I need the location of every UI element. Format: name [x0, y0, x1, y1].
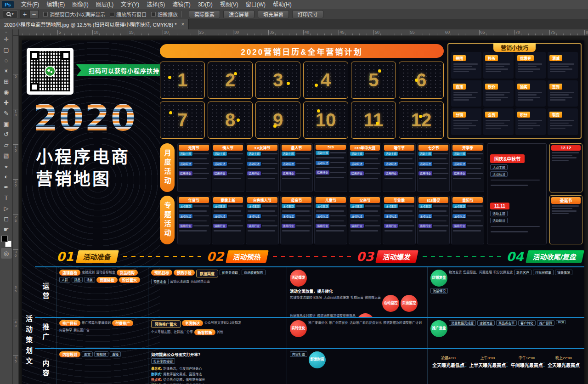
- menu-item[interactable]: 滤镜(T): [169, 0, 194, 9]
- node-green: 店铺复盘: [430, 270, 447, 287]
- text-line-placeholder: [518, 123, 537, 124]
- phase-label: 活动准备: [76, 250, 119, 263]
- brush-tool[interactable]: ✎: [1, 108, 12, 119]
- document-tab[interactable]: 2020小程序电商营销地图.jpg @ 12.5% (扫码可以获得小程序扶持, …: [0, 19, 189, 29]
- close-icon[interactable]: ×: [181, 21, 184, 28]
- marquee-tool[interactable]: ▢: [1, 45, 12, 55]
- zoom-tool-preset[interactable]: ▾: [3, 10, 17, 18]
- healing-brush-tool[interactable]: ✚: [1, 97, 12, 108]
- vertical-ruler[interactable]: 51 01 52 02 53 03 54 04 5: [13, 36, 19, 384]
- node-pill: 老客触达: [182, 320, 203, 326]
- text-line-placeholder: [453, 168, 481, 169]
- activity-tag-row: 活动主题: [452, 152, 483, 156]
- option-checkbox[interactable]: 缩放所有窗口: [110, 11, 147, 18]
- menu-item[interactable]: 文字(Y): [117, 0, 143, 9]
- menu-item[interactable]: 选择(S): [143, 0, 169, 9]
- text-line-placeholder: [262, 163, 277, 164]
- node-text: 活动推广前后花费对比: [350, 320, 382, 337]
- activity-card: 白色情人节活动主题活动玩法适用行业: [246, 196, 279, 244]
- horizontal-ruler[interactable]: 5101520253035404550556065707580: [19, 29, 588, 36]
- gradient-tool[interactable]: ▧: [1, 150, 12, 161]
- text-line-placeholder: [453, 68, 476, 70]
- activity-tag-row: 活动玩法: [418, 214, 449, 218]
- blur-tool[interactable]: ◒: [1, 161, 12, 171]
- activity-card: 儿童节活动主题活动玩法适用行业: [314, 196, 347, 244]
- menu-item[interactable]: 帮助(H): [269, 0, 295, 9]
- tool-options-bar: ▾ ＋ － 调整窗口大小以满屏显示缩放所有窗口细微缩放 实际像素适合屏幕填充屏幕…: [0, 9, 588, 19]
- type-tool[interactable]: T: [1, 192, 12, 203]
- menu-item[interactable]: 图像(I): [68, 0, 92, 9]
- tip-text: 用数字量化卖点，直观传达: [163, 373, 202, 376]
- eyedropper-tool[interactable]: ◉: [1, 87, 12, 97]
- activity-tag-row: 活动玩法: [452, 162, 483, 166]
- highlight-tag: 活动主题: [490, 164, 508, 170]
- hand-tool[interactable]: ☛: [1, 224, 12, 235]
- node-text: 商品预热页面: [191, 279, 210, 284]
- menu-item[interactable]: 文件(F): [17, 0, 43, 9]
- poster-title-line1: 小程序电商: [36, 143, 130, 168]
- shape-tool[interactable]: ◻: [1, 214, 12, 224]
- magic-wand-tool[interactable]: ✴: [1, 66, 12, 76]
- tip-lead: 悬念式:: [151, 367, 162, 370]
- flow-band: 运营店铺自检店铺规划活动目标制定货品结构人群货品场景页面装修粉丝蓄水预热目标预热…: [35, 266, 584, 317]
- zoom-in-toggle[interactable]: ＋: [20, 10, 29, 18]
- calendar-month-card: 10: [303, 102, 348, 139]
- move-tool[interactable]: ✛: [1, 34, 12, 45]
- option-checkbox[interactable]: 调整窗口大小以满屏显示: [43, 11, 105, 18]
- checkbox-icon[interactable]: [110, 12, 114, 17]
- crop-tool[interactable]: ⊞: [1, 76, 12, 87]
- history-brush-tool[interactable]: ↺: [1, 129, 12, 140]
- activity-card: 毕业季活动主题活动玩法适用行业: [383, 196, 416, 244]
- text-line-placeholder: [433, 205, 449, 207]
- checkbox-icon[interactable]: [43, 12, 48, 17]
- node-text: 朋友圈广告: [74, 328, 90, 332]
- activity-tag-row: 活动主题: [179, 204, 209, 208]
- document-tab-bar: 2020小程序电商营销地图.jpg @ 12.5% (扫码可以获得小程序扶持, …: [0, 19, 588, 29]
- dodge-tool[interactable]: ◐: [1, 171, 12, 182]
- text-line-placeholder: [486, 68, 508, 70]
- menu-item[interactable]: 图层(L): [92, 0, 118, 9]
- text-line-placeholder: [453, 123, 472, 124]
- activity-tag-row: 活动主题: [316, 151, 346, 155]
- checkbox-icon[interactable]: [151, 12, 156, 17]
- zoom-out-toggle[interactable]: －: [29, 10, 39, 18]
- panel-grip-icon[interactable]: ≡: [5, 30, 7, 34]
- text-line-placeholder: [179, 220, 207, 222]
- zoom-tool[interactable]: ◎: [1, 248, 12, 259]
- text-line-placeholder: [282, 168, 310, 169]
- text-line-placeholder: [453, 63, 478, 65]
- option-button[interactable]: 实际像素: [189, 10, 220, 18]
- option-button[interactable]: 打印尺寸: [292, 10, 323, 18]
- month-number: 9: [256, 102, 300, 138]
- node-box: 数据渠道: [196, 270, 218, 277]
- eraser-tool[interactable]: ▱: [1, 140, 12, 150]
- activity-tag-row: 活动玩法: [179, 162, 209, 166]
- activity-tag: 适用行业: [282, 171, 295, 175]
- option-checkbox[interactable]: 细微缩放: [151, 11, 178, 18]
- lasso-tool[interactable]: ◌: [1, 55, 12, 66]
- activity-tag-row: 活动主题: [452, 204, 483, 208]
- document-canvas[interactable]: 扫码可以获得小程序扶持 2020 小程序电商 营销地图 2020营销日历&全年营…: [19, 36, 588, 384]
- text-line-placeholder: [384, 210, 412, 212]
- node-text: 售后跟进、问题处理: [463, 270, 492, 287]
- text-line-placeholder: [248, 168, 275, 169]
- clone-stamp-tool[interactable]: ▣: [1, 119, 12, 129]
- menu-item[interactable]: 3D(D): [194, 0, 216, 9]
- menu-item[interactable]: 视图(V): [216, 0, 242, 9]
- activity-tag: 活动主题: [179, 204, 192, 208]
- menu-item[interactable]: 窗口(W): [242, 0, 269, 9]
- activity-card: 愚人节活动主题活动玩法适用行业: [280, 143, 313, 192]
- option-button[interactable]: 适合屏幕: [223, 10, 254, 18]
- activity-tag: 活动玩法: [384, 162, 398, 166]
- text-line-placeholder: [518, 125, 540, 126]
- menu-item[interactable]: 编辑(E): [43, 0, 68, 9]
- activity-tag-row: 活动主题: [213, 152, 243, 156]
- option-button[interactable]: 填充屏幕: [258, 10, 289, 18]
- text-line-placeholder: [214, 168, 241, 169]
- foreground-color[interactable]: [1, 236, 8, 242]
- pen-tool[interactable]: ✒: [1, 182, 12, 192]
- activity-tag: 活动主题: [350, 204, 364, 208]
- path-select-tool[interactable]: ▷: [1, 203, 12, 214]
- color-swatches[interactable]: [1, 236, 11, 247]
- activity-tag: 活动主题: [418, 204, 432, 208]
